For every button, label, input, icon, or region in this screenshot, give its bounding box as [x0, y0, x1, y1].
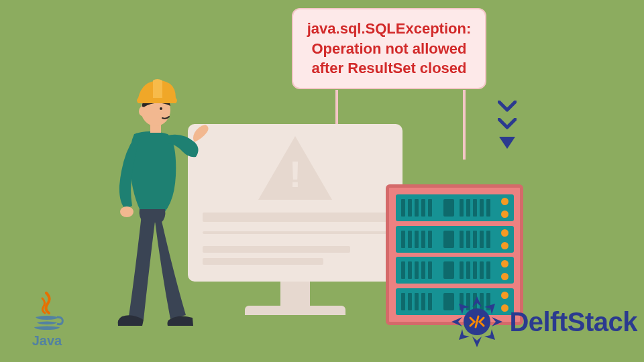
chevron-down-icon	[498, 118, 517, 131]
construction-worker-illustration	[95, 68, 229, 326]
led-indicator-icon	[501, 198, 508, 205]
java-logo: Java	[20, 292, 74, 349]
server-unit	[396, 257, 514, 284]
led-indicator-icon	[501, 273, 508, 280]
server-unit	[396, 226, 514, 253]
server-unit	[396, 194, 514, 221]
led-indicator-icon	[501, 229, 508, 237]
svg-point-4	[160, 107, 162, 110]
monitor-base	[245, 306, 345, 315]
error-line-3: after ResultSet closed	[304, 58, 474, 78]
person-svg	[95, 68, 229, 326]
chevron-down-icon	[498, 101, 517, 114]
delftstack-logo: DelftStack	[449, 294, 637, 350]
triangle-down-icon	[498, 135, 517, 150]
led-indicator-icon	[501, 260, 508, 267]
error-speech-bubble: java.sql.SQLException: Operation not all…	[292, 8, 486, 89]
svg-point-0	[120, 206, 133, 217]
monitor-stand	[280, 282, 310, 306]
svg-point-3	[139, 107, 146, 116]
bubble-pointer-to-server	[463, 90, 466, 160]
exclamation-mark: !	[289, 152, 302, 196]
error-line-1: java.sql.SQLException:	[304, 19, 474, 39]
error-line-2: Operation not allowed	[304, 39, 474, 59]
java-logo-text: Java	[20, 333, 74, 349]
delftstack-logo-text: DelftStack	[509, 307, 637, 337]
java-cup-icon	[30, 292, 64, 330]
down-arrows-group	[498, 101, 517, 154]
placeholder-bar	[203, 231, 388, 234]
delftstack-emblem-icon	[449, 294, 505, 350]
led-indicator-icon	[501, 210, 508, 218]
led-indicator-icon	[501, 242, 508, 249]
bubble-pointer-to-monitor	[335, 90, 338, 126]
placeholder-bar	[203, 213, 388, 222]
